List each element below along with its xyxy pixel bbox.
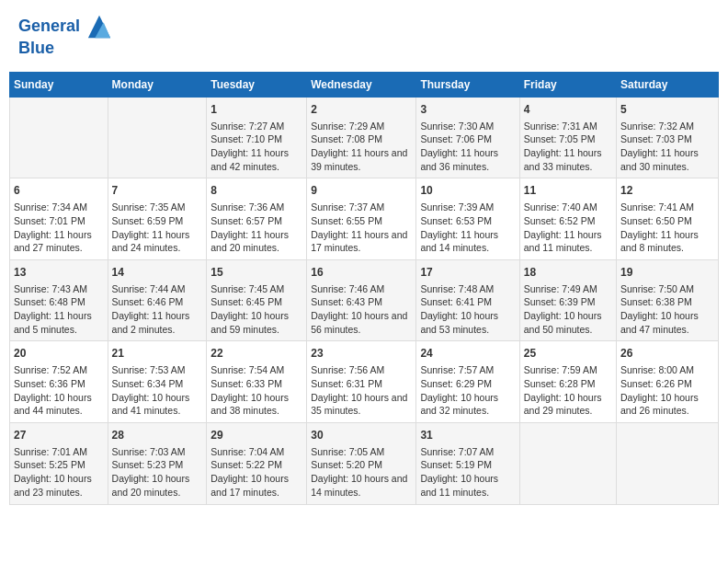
calendar-cell: 3Sunrise: 7:30 AMSunset: 7:06 PMDaylight… bbox=[416, 97, 519, 178]
calendar-cell: 27Sunrise: 7:01 AMSunset: 5:25 PMDayligh… bbox=[10, 422, 108, 504]
day-info: Sunrise: 7:50 AMSunset: 6:38 PMDaylight:… bbox=[620, 282, 714, 337]
calendar-cell: 4Sunrise: 7:31 AMSunset: 7:05 PMDaylight… bbox=[519, 97, 616, 178]
day-info: Sunrise: 7:52 AMSunset: 6:36 PMDaylight:… bbox=[14, 363, 104, 418]
day-info: Sunrise: 8:00 AMSunset: 6:26 PMDaylight:… bbox=[620, 363, 714, 418]
day-info: Sunrise: 7:49 AMSunset: 6:39 PMDaylight:… bbox=[524, 282, 612, 337]
day-info: Sunrise: 7:07 AMSunset: 5:19 PMDaylight:… bbox=[420, 445, 515, 500]
day-info: Sunrise: 7:44 AMSunset: 6:46 PMDaylight:… bbox=[112, 282, 203, 337]
logo-blue-text: Blue bbox=[18, 40, 112, 58]
day-info: Sunrise: 7:57 AMSunset: 6:29 PMDaylight:… bbox=[420, 363, 515, 418]
day-number: 2 bbox=[311, 102, 412, 118]
calendar-cell bbox=[10, 97, 108, 178]
calendar-cell: 14Sunrise: 7:44 AMSunset: 6:46 PMDayligh… bbox=[108, 259, 207, 341]
logo-text: General bbox=[18, 14, 112, 40]
day-info: Sunrise: 7:30 AMSunset: 7:06 PMDaylight:… bbox=[420, 120, 515, 174]
calendar-cell: 20Sunrise: 7:52 AMSunset: 6:36 PMDayligh… bbox=[10, 341, 108, 423]
day-number: 8 bbox=[210, 183, 302, 199]
calendar-cell bbox=[108, 97, 207, 178]
calendar-cell: 16Sunrise: 7:46 AMSunset: 6:43 PMDayligh… bbox=[307, 259, 416, 341]
calendar-cell: 17Sunrise: 7:48 AMSunset: 6:41 PMDayligh… bbox=[416, 259, 519, 341]
calendar-cell: 9Sunrise: 7:37 AMSunset: 6:55 PMDaylight… bbox=[307, 178, 416, 260]
day-number: 19 bbox=[620, 265, 714, 281]
weekday-header-wednesday: Wednesday bbox=[307, 72, 416, 97]
day-info: Sunrise: 7:37 AMSunset: 6:55 PMDaylight:… bbox=[311, 201, 412, 255]
day-number: 26 bbox=[620, 346, 714, 362]
day-number: 30 bbox=[311, 428, 412, 443]
calendar-cell: 28Sunrise: 7:03 AMSunset: 5:23 PMDayligh… bbox=[108, 422, 207, 504]
day-number: 11 bbox=[524, 183, 612, 199]
calendar-cell: 8Sunrise: 7:36 AMSunset: 6:57 PMDaylight… bbox=[207, 178, 307, 260]
calendar-cell: 5Sunrise: 7:32 AMSunset: 7:03 PMDaylight… bbox=[617, 97, 719, 178]
day-info: Sunrise: 7:01 AMSunset: 5:25 PMDaylight:… bbox=[14, 445, 104, 500]
day-number: 12 bbox=[620, 183, 714, 199]
calendar-row: 20Sunrise: 7:52 AMSunset: 6:36 PMDayligh… bbox=[10, 341, 719, 423]
calendar-cell: 26Sunrise: 8:00 AMSunset: 6:26 PMDayligh… bbox=[617, 341, 719, 423]
day-info: Sunrise: 7:04 AMSunset: 5:22 PMDaylight:… bbox=[210, 445, 302, 500]
day-info: Sunrise: 7:27 AMSunset: 7:10 PMDaylight:… bbox=[210, 120, 302, 174]
weekday-header-row: SundayMondayTuesdayWednesdayThursdayFrid… bbox=[10, 72, 719, 97]
day-number: 15 bbox=[210, 265, 302, 281]
weekday-header-tuesday: Tuesday bbox=[207, 72, 307, 97]
day-number: 21 bbox=[112, 346, 203, 362]
calendar-row: 1Sunrise: 7:27 AMSunset: 7:10 PMDaylight… bbox=[10, 97, 719, 178]
day-info: Sunrise: 7:36 AMSunset: 6:57 PMDaylight:… bbox=[210, 201, 302, 255]
day-number: 3 bbox=[420, 102, 515, 118]
calendar-row: 6Sunrise: 7:34 AMSunset: 7:01 PMDaylight… bbox=[10, 178, 719, 260]
day-number: 22 bbox=[210, 346, 302, 362]
day-number: 5 bbox=[620, 102, 714, 118]
day-number: 29 bbox=[210, 428, 302, 443]
day-number: 9 bbox=[311, 183, 412, 199]
calendar-cell: 23Sunrise: 7:56 AMSunset: 6:31 PMDayligh… bbox=[307, 341, 416, 423]
calendar-cell: 1Sunrise: 7:27 AMSunset: 7:10 PMDaylight… bbox=[207, 97, 307, 178]
calendar-cell: 6Sunrise: 7:34 AMSunset: 7:01 PMDaylight… bbox=[10, 178, 108, 260]
calendar-cell: 22Sunrise: 7:54 AMSunset: 6:33 PMDayligh… bbox=[207, 341, 307, 423]
day-info: Sunrise: 7:31 AMSunset: 7:05 PMDaylight:… bbox=[524, 120, 612, 174]
day-number: 10 bbox=[420, 183, 515, 199]
day-info: Sunrise: 7:34 AMSunset: 7:01 PMDaylight:… bbox=[14, 201, 104, 255]
weekday-header-monday: Monday bbox=[108, 72, 207, 97]
day-info: Sunrise: 7:05 AMSunset: 5:20 PMDaylight:… bbox=[311, 445, 412, 500]
calendar-cell: 24Sunrise: 7:57 AMSunset: 6:29 PMDayligh… bbox=[416, 341, 519, 423]
weekday-header-thursday: Thursday bbox=[416, 72, 519, 97]
calendar-cell: 21Sunrise: 7:53 AMSunset: 6:34 PMDayligh… bbox=[108, 341, 207, 423]
day-info: Sunrise: 7:03 AMSunset: 5:23 PMDaylight:… bbox=[112, 445, 203, 500]
day-info: Sunrise: 7:32 AMSunset: 7:03 PMDaylight:… bbox=[620, 120, 714, 174]
day-number: 23 bbox=[311, 346, 412, 362]
weekday-header-sunday: Sunday bbox=[10, 72, 108, 97]
day-info: Sunrise: 7:29 AMSunset: 7:08 PMDaylight:… bbox=[311, 120, 412, 174]
day-number: 16 bbox=[311, 265, 412, 281]
calendar-cell: 25Sunrise: 7:59 AMSunset: 6:28 PMDayligh… bbox=[519, 341, 616, 423]
calendar-row: 27Sunrise: 7:01 AMSunset: 5:25 PMDayligh… bbox=[10, 422, 719, 504]
calendar-cell: 29Sunrise: 7:04 AMSunset: 5:22 PMDayligh… bbox=[207, 422, 307, 504]
calendar-cell bbox=[617, 422, 719, 504]
day-info: Sunrise: 7:54 AMSunset: 6:33 PMDaylight:… bbox=[210, 363, 302, 418]
day-number: 18 bbox=[524, 265, 612, 281]
day-info: Sunrise: 7:43 AMSunset: 6:48 PMDaylight:… bbox=[14, 282, 104, 337]
day-info: Sunrise: 7:41 AMSunset: 6:50 PMDaylight:… bbox=[620, 201, 714, 255]
day-info: Sunrise: 7:53 AMSunset: 6:34 PMDaylight:… bbox=[112, 363, 203, 418]
calendar-cell: 18Sunrise: 7:49 AMSunset: 6:39 PMDayligh… bbox=[519, 259, 616, 341]
day-number: 1 bbox=[210, 102, 302, 118]
day-info: Sunrise: 7:40 AMSunset: 6:52 PMDaylight:… bbox=[524, 201, 612, 255]
calendar-cell: 2Sunrise: 7:29 AMSunset: 7:08 PMDaylight… bbox=[307, 97, 416, 178]
weekday-header-friday: Friday bbox=[519, 72, 616, 97]
day-number: 31 bbox=[420, 428, 515, 443]
day-number: 25 bbox=[524, 346, 612, 362]
page-header: General Blue bbox=[9, 9, 719, 63]
day-info: Sunrise: 7:45 AMSunset: 6:45 PMDaylight:… bbox=[210, 282, 302, 337]
calendar-cell: 30Sunrise: 7:05 AMSunset: 5:20 PMDayligh… bbox=[307, 422, 416, 504]
logo: General Blue bbox=[18, 14, 112, 58]
calendar-cell: 31Sunrise: 7:07 AMSunset: 5:19 PMDayligh… bbox=[416, 422, 519, 504]
day-number: 20 bbox=[14, 346, 104, 362]
day-info: Sunrise: 7:59 AMSunset: 6:28 PMDaylight:… bbox=[524, 363, 612, 418]
day-number: 24 bbox=[420, 346, 515, 362]
calendar-cell: 13Sunrise: 7:43 AMSunset: 6:48 PMDayligh… bbox=[10, 259, 108, 341]
calendar-cell: 10Sunrise: 7:39 AMSunset: 6:53 PMDayligh… bbox=[416, 178, 519, 260]
calendar-cell: 15Sunrise: 7:45 AMSunset: 6:45 PMDayligh… bbox=[207, 259, 307, 341]
calendar-cell: 7Sunrise: 7:35 AMSunset: 6:59 PMDaylight… bbox=[108, 178, 207, 260]
day-number: 17 bbox=[420, 265, 515, 281]
day-number: 14 bbox=[112, 265, 203, 281]
day-number: 6 bbox=[14, 183, 104, 199]
calendar-cell bbox=[519, 422, 616, 504]
day-number: 4 bbox=[524, 102, 612, 118]
